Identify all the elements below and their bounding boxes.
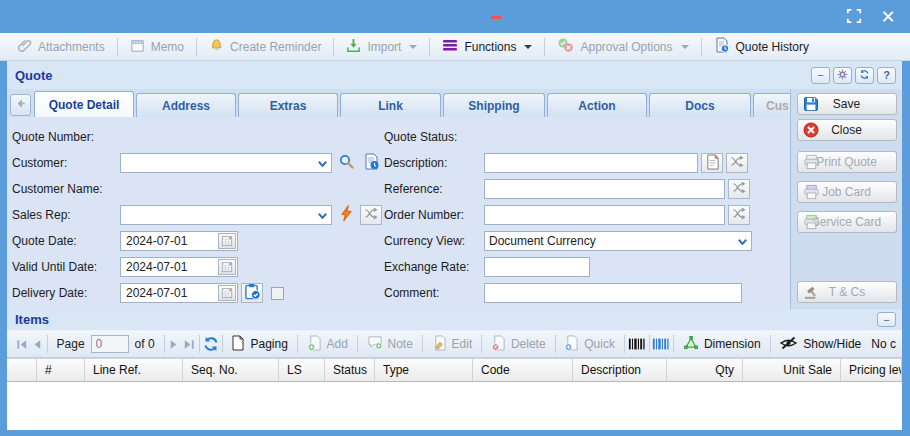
no-charge-button[interactable]: No c [867, 333, 902, 355]
column-header-qty[interactable]: Qty [667, 359, 743, 382]
toolbar-separator [199, 335, 200, 353]
page-number-input[interactable] [91, 335, 129, 353]
paging-button[interactable]: Paging [225, 333, 293, 355]
valid-until-date-field[interactable]: 2024-07-01 [120, 257, 238, 277]
dimension-button[interactable]: Dimension [677, 333, 767, 355]
delivery-date-picker-button[interactable] [218, 285, 236, 301]
delivery-schedule-button[interactable] [241, 283, 263, 303]
comment-input[interactable] [484, 283, 742, 303]
toolbar-separator [422, 335, 423, 353]
tab-quote-detail[interactable]: Quote Detail [34, 91, 134, 117]
exchange-rate-input[interactable] [484, 257, 590, 277]
column-header-type[interactable]: Type [375, 359, 473, 382]
maximize-button[interactable] [844, 7, 864, 27]
chevron-down-icon [737, 236, 748, 250]
memo-label: Memo [151, 40, 184, 54]
customer-combobox[interactable] [120, 153, 332, 173]
customer-info-button[interactable] [360, 153, 382, 173]
column-header-description[interactable]: Description [573, 359, 667, 382]
add-label: Add [327, 337, 348, 351]
titlebar-marker [491, 16, 501, 19]
delivery-date-checkbox[interactable] [271, 287, 284, 300]
quote-date-picker-button[interactable] [218, 233, 236, 249]
previous-page-button[interactable] [29, 333, 43, 355]
save-button[interactable]: Save [797, 93, 897, 115]
next-page-button[interactable] [167, 333, 181, 355]
first-page-button[interactable] [15, 333, 29, 355]
show-hide-label: Show/Hide [803, 337, 861, 351]
close-window-button[interactable]: ✕ [878, 7, 898, 27]
customer-search-button[interactable] [335, 153, 357, 173]
quote-help-button[interactable]: ? [877, 67, 896, 84]
job-card-button[interactable]: Job Card [797, 181, 897, 203]
add-line-button[interactable]: Add [301, 333, 354, 355]
column-header-line-ref[interactable]: Line Ref. [85, 359, 183, 382]
valid-until-date-picker-button[interactable] [218, 259, 236, 275]
currency-view-label: Currency View: [384, 234, 484, 248]
tab-link[interactable]: Link [340, 93, 441, 117]
quick-icon [564, 335, 579, 354]
tab-address[interactable]: Address [136, 93, 236, 117]
quote-history-button[interactable]: Quote History [705, 35, 818, 59]
refresh-icon [859, 69, 870, 82]
barcode-button[interactable] [628, 333, 646, 355]
print-quote-button[interactable]: Print Quote [797, 151, 897, 173]
toolbar-separator [555, 335, 556, 353]
last-page-button[interactable] [182, 333, 196, 355]
quote-minimize-button[interactable]: − [811, 67, 830, 84]
quick-add-button[interactable]: Quick [558, 333, 621, 355]
barcode-scan-button[interactable] [652, 333, 670, 355]
reference-shuffle-button[interactable] [728, 179, 750, 199]
tab-scroll-left-button[interactable] [10, 94, 31, 116]
delivery-date-label: Delivery Date: [12, 286, 120, 300]
sales-rep-auto-button[interactable] [335, 205, 357, 225]
column-header-ls[interactable]: LS [279, 359, 325, 382]
order-number-input[interactable] [484, 205, 725, 225]
quote-refresh-button[interactable] [855, 67, 874, 84]
tab-shipping[interactable]: Shipping [443, 93, 545, 117]
show-hide-button[interactable]: Show/Hide [773, 333, 867, 355]
column-header-seq-no[interactable]: Seq. No. [183, 359, 279, 382]
sales-rep-shuffle-button[interactable] [360, 205, 382, 225]
create-reminder-button[interactable]: Create Reminder [200, 35, 330, 59]
column-header-status[interactable]: Status [325, 359, 375, 382]
currency-view-select[interactable]: Document Currency [484, 231, 752, 251]
delete-line-button[interactable]: Delete [485, 333, 552, 355]
terms-button[interactable]: T & Cs [797, 281, 897, 303]
tab-action[interactable]: Action [547, 93, 647, 117]
memo-button[interactable]: Memo [121, 35, 193, 59]
import-button[interactable]: Import [337, 35, 426, 59]
sales-rep-combobox[interactable] [120, 205, 332, 225]
order-number-shuffle-button[interactable] [728, 205, 750, 225]
lightning-icon [339, 205, 354, 225]
description-shuffle-button[interactable] [726, 153, 748, 173]
save-icon [803, 96, 819, 112]
refresh-grid-button[interactable] [203, 333, 219, 355]
description-input[interactable] [484, 153, 698, 173]
paging-icon [231, 335, 245, 354]
attachments-button[interactable]: Attachments [8, 35, 114, 59]
note-button[interactable]: Note [361, 333, 419, 355]
column-header-pricing-level[interactable]: Pricing level [841, 359, 902, 382]
tab-customer-clipped[interactable]: Cus [753, 93, 790, 117]
page-label: Page [51, 337, 87, 351]
tab-extras[interactable]: Extras [238, 93, 338, 117]
close-button[interactable]: Close [797, 119, 897, 141]
service-card-button[interactable]: Service Card [797, 211, 897, 233]
description-notes-button[interactable] [701, 153, 723, 173]
approval-options-button[interactable]: Approval Options [548, 35, 697, 59]
delivery-date-field[interactable]: 2024-07-01 [120, 283, 238, 303]
reference-input[interactable] [484, 179, 725, 199]
column-header-unit-sale[interactable]: Unit Sale [743, 359, 841, 382]
edit-line-button[interactable]: Edit [426, 333, 479, 355]
quote-date-field[interactable]: 2024-07-01 [120, 231, 238, 251]
barcode-icon [628, 337, 646, 351]
column-header-code[interactable]: Code [473, 359, 573, 382]
items-minimize-button[interactable]: − [877, 312, 896, 327]
tab-docs[interactable]: Docs [649, 93, 751, 117]
shuffle-icon [731, 180, 747, 198]
functions-button[interactable]: Functions [433, 35, 541, 59]
note-label: Note [388, 337, 413, 351]
column-header-number[interactable]: # [37, 359, 85, 382]
quote-settings-button[interactable] [833, 67, 852, 84]
